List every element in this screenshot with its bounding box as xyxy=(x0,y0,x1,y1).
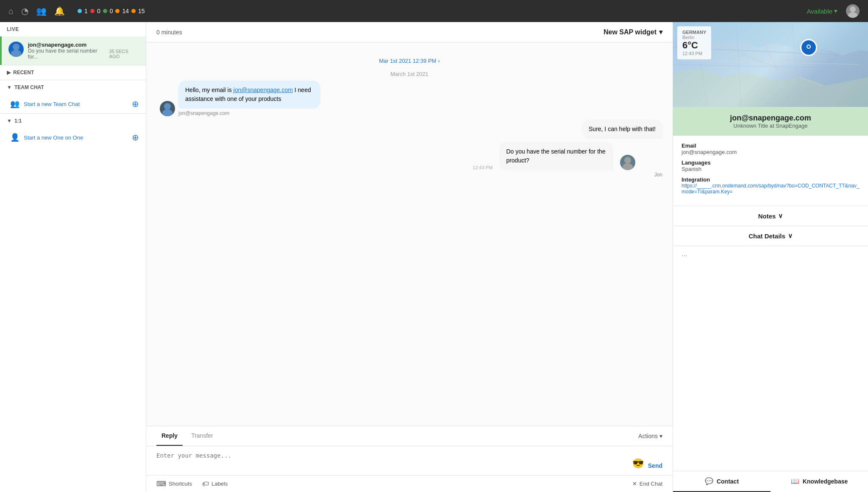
integration-row: Integration https://_____.crm.ondemand.c… xyxy=(682,176,860,195)
live-user-email: jon@snapengage.com xyxy=(28,42,139,48)
team-chat-arrow-icon: ▼ xyxy=(7,84,12,90)
reply-area: Reply Transfer Actions ▾ 😎 Send ⌨ Shortc… xyxy=(146,426,673,492)
home-icon[interactable]: ⌂ xyxy=(8,6,14,16)
recent-label: RECENT xyxy=(13,70,34,75)
languages-value: Spanish xyxy=(682,166,860,172)
actions-arrow-icon: ▾ xyxy=(659,433,662,439)
one-on-one-header[interactable]: ▼ 1:1 xyxy=(0,114,146,128)
message-row: Sure, I can help with that! xyxy=(156,120,662,139)
team-chat-label: TEAM CHAT xyxy=(14,84,44,90)
emoji-button[interactable]: 😎 xyxy=(632,458,644,469)
chat-details-section[interactable]: Chat Details ∨ xyxy=(673,226,868,246)
labels-button[interactable]: 🏷 Labels xyxy=(202,480,228,488)
contact-tab-icon: 💬 xyxy=(705,477,713,485)
start-team-chat-button[interactable]: 👥 Start a new Team Chat ⊕ xyxy=(0,95,146,113)
email-label: Email xyxy=(682,143,860,149)
people-icon[interactable]: 👥 xyxy=(36,6,47,16)
msg1-email-link[interactable]: jon@snapengage.com xyxy=(234,87,293,93)
recent-header[interactable]: ▶ RECENT xyxy=(0,65,146,80)
live-chat-item[interactable]: jon@snapengage.com Do you have the seria… xyxy=(0,36,146,65)
knowledgebase-tab-icon: 📖 xyxy=(791,477,799,485)
actions-dropdown-button[interactable]: Actions ▾ xyxy=(638,433,662,439)
svg-point-1 xyxy=(848,12,857,18)
info-section: Email jon@snapengage.com Languages Spani… xyxy=(673,136,868,206)
chat-messages: Mar 1st 2021 12:39 PM › March 1st 2021 H… xyxy=(146,42,673,426)
email-row: Email jon@snapengage.com xyxy=(682,143,860,155)
tab-knowledgebase[interactable]: 📖 Knowledgebase xyxy=(771,471,868,492)
date-separator: Mar 1st 2021 12:39 PM › xyxy=(156,58,662,64)
start-one-on-one-label: Start a new One on One xyxy=(24,134,83,141)
count-green: 0 xyxy=(110,8,113,14)
notes-text: Notes xyxy=(758,212,776,220)
msg3-time: 12:43 PM xyxy=(473,165,492,170)
add-team-chat-icon[interactable]: ⊕ xyxy=(132,99,139,109)
recent-arrow-icon: ▶ xyxy=(7,70,11,75)
dot-red xyxy=(90,9,95,13)
svg-point-18 xyxy=(807,45,810,48)
end-chat-button[interactable]: ✕ End Chat xyxy=(632,481,662,487)
team-chat-icon: 👥 xyxy=(10,99,19,109)
available-button[interactable]: Available ▾ xyxy=(807,7,837,15)
integration-link[interactable]: https://_____.crm.ondemand.com/sap/byd/n… xyxy=(682,183,860,195)
tab-reply[interactable]: Reply xyxy=(156,426,183,446)
msg1-prefix: Hello, my email is xyxy=(185,87,234,93)
chat-header: 0 minutes New SAP widget ▾ xyxy=(146,22,673,42)
svg-point-2 xyxy=(13,44,19,50)
svg-point-5 xyxy=(162,109,172,116)
widget-arrow-icon: ▾ xyxy=(659,28,662,36)
chat-time-label: 0 minutes xyxy=(156,29,182,36)
start-one-on-one-button[interactable]: 👤 Start a new One on One ⊕ xyxy=(0,128,146,147)
svg-point-7 xyxy=(623,163,633,170)
count-red: 0 xyxy=(97,8,100,14)
one-on-one-icon: 👤 xyxy=(10,133,19,142)
team-chat-header[interactable]: ▼ TEAM CHAT xyxy=(0,80,146,95)
user-avatar[interactable] xyxy=(846,4,860,18)
notes-label: Notes ∨ xyxy=(758,212,783,220)
clock-icon[interactable]: ◔ xyxy=(21,6,28,16)
shortcuts-icon: ⌨ xyxy=(156,480,166,488)
contact-tab-label: Contact xyxy=(717,478,739,485)
bottom-tabs: 💬 Contact 📖 Knowledgebase xyxy=(673,471,868,492)
live-user-avatar xyxy=(8,42,24,57)
labels-icon: 🏷 xyxy=(202,480,209,488)
bell-icon[interactable]: 🔔 xyxy=(54,6,65,16)
shortcuts-label: Shortcuts xyxy=(169,481,192,487)
chat-area: 0 minutes New SAP widget ▾ Mar 1st 2021 … xyxy=(146,22,673,492)
tab-transfer[interactable]: Transfer xyxy=(186,426,218,446)
user-info-bar: jon@snapengage.com Unknown Title at Snap… xyxy=(673,107,868,136)
tab-contact[interactable]: 💬 Contact xyxy=(673,471,771,492)
weather-city: Berlin xyxy=(682,35,706,40)
ellipsis-text: ... xyxy=(682,250,687,257)
panel-user-title: Unknown Title at SnapEngage xyxy=(682,123,860,129)
chat-details-label: Chat Details ∨ xyxy=(748,232,793,240)
dot-orange2 xyxy=(131,9,136,13)
weather-country: GERMANY xyxy=(682,30,706,35)
user-msg-avatar xyxy=(160,101,175,116)
message-input-area: 😎 Send xyxy=(146,446,673,475)
weather-overlay: GERMANY Berlin 6°C 12:43 PM xyxy=(677,26,711,59)
reply-tab-label: Reply xyxy=(161,432,178,439)
labels-label: Labels xyxy=(211,481,228,487)
live-label: LIVE xyxy=(7,26,19,32)
right-panel: GERMANY Berlin 6°C 12:43 PM jon@snapenga… xyxy=(673,22,868,492)
date-link-text: Mar 1st 2021 12:39 PM xyxy=(379,58,436,64)
available-arrow-icon: ▾ xyxy=(834,7,837,15)
dot-blue xyxy=(78,9,82,13)
reply-footer: ⌨ Shortcuts 🏷 Labels ✕ End Chat xyxy=(146,475,673,492)
message-input[interactable] xyxy=(156,452,628,469)
date-link[interactable]: Mar 1st 2021 12:39 PM › xyxy=(379,58,440,64)
end-chat-label: End Chat xyxy=(640,481,662,487)
map-area: GERMANY Berlin 6°C 12:43 PM xyxy=(673,22,868,107)
notes-section[interactable]: Notes ∨ xyxy=(673,206,868,226)
widget-dropdown-button[interactable]: New SAP widget ▾ xyxy=(604,28,662,36)
shortcuts-button[interactable]: ⌨ Shortcuts xyxy=(156,480,192,488)
map-background: GERMANY Berlin 6°C 12:43 PM xyxy=(673,22,868,107)
available-label: Available xyxy=(807,8,832,15)
send-button[interactable]: Send xyxy=(648,462,662,469)
main-container: LIVE jon@snapengage.com Do you have the … xyxy=(0,22,868,492)
add-one-on-one-icon[interactable]: ⊕ xyxy=(132,132,139,143)
svg-point-4 xyxy=(164,103,171,110)
chat-details-chevron-icon: ∨ xyxy=(788,232,793,240)
widget-label: New SAP widget xyxy=(604,28,657,36)
msg1-sender: jon@snapengage.com xyxy=(178,110,415,116)
